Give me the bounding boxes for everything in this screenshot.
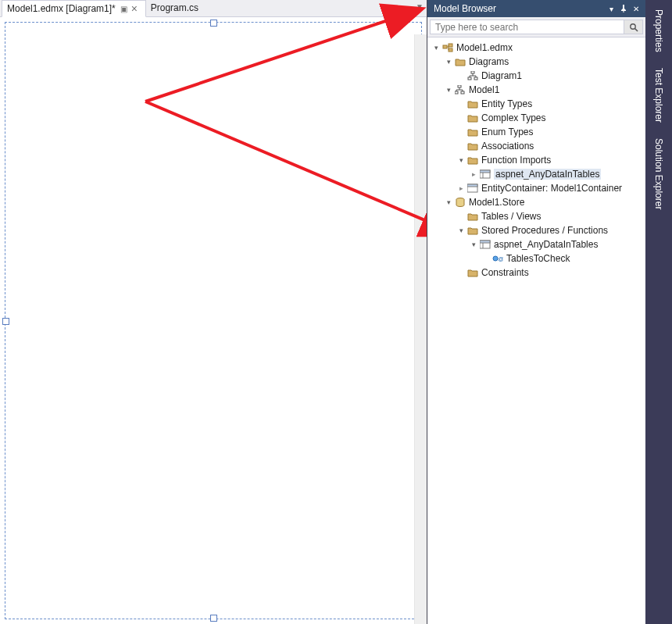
container-icon [466, 183, 479, 194]
tree-label: Model1.Store [469, 197, 524, 208]
tree-label: aspnet_AnyDataInTables [494, 169, 601, 180]
expander-icon[interactable] [456, 156, 466, 164]
expander-icon[interactable] [443, 86, 454, 94]
tree-label: Constraints [481, 267, 529, 278]
right-sidebar-collapsed: Properties Test Explorer Solution Explor… [645, 0, 672, 624]
svg-rect-18 [467, 184, 477, 187]
sidetab-test-explorer[interactable]: Test Explorer [650, 62, 667, 129]
tree-node-stored-procedure-item[interactable]: aspnet_AnyDataInTables [427, 237, 645, 251]
tree-node-entity-types[interactable]: Entity Types [427, 97, 645, 111]
svg-rect-10 [474, 77, 477, 80]
svg-rect-9 [468, 77, 471, 80]
svg-rect-12 [455, 91, 458, 94]
window-position-dropdown-icon[interactable]: ▾ [605, 2, 617, 15]
tree-node-store[interactable]: Model1.Store [427, 195, 645, 209]
folder-icon [466, 155, 479, 166]
tab-program-cs[interactable]: Program.cs [146, 0, 204, 16]
document-tab-bar: Model1.edmx [Diagram1]* ▣ × Program.cs ▼ [0, 0, 427, 17]
folder-icon [466, 211, 479, 222]
tree-node-tables-views[interactable]: Tables / Views [427, 209, 645, 223]
svg-rect-8 [471, 71, 474, 73]
tree-node-diagrams[interactable]: Diagrams [427, 55, 645, 69]
model-browser-search [427, 17, 645, 37]
tree-label: Diagrams [469, 56, 509, 67]
sidetab-properties[interactable]: Properties [650, 3, 667, 59]
tree-node-constraints[interactable]: Constraints [427, 266, 645, 280]
vertical-scrollbar[interactable] [414, 34, 427, 624]
svg-rect-21 [480, 241, 490, 243]
folder-icon [466, 98, 479, 109]
tree-label: Diagram1 [481, 70, 522, 81]
database-icon [454, 197, 466, 208]
namespace-icon [454, 84, 466, 95]
tree-node-complex-types[interactable]: Complex Types [427, 111, 645, 125]
tree-node-model1[interactable]: Model1 [427, 83, 645, 97]
model-browser-panel: Model Browser ▾ ✕ Model1.edmx D [427, 0, 645, 624]
search-button[interactable] [624, 20, 643, 34]
tree-node-function-imports[interactable]: Function Imports [427, 153, 645, 167]
search-input[interactable] [430, 20, 624, 34]
svg-rect-6 [449, 44, 452, 47]
expander-icon[interactable] [431, 44, 441, 52]
tree-label: Stored Procedures / Functions [481, 225, 608, 236]
tree-node-diagram1[interactable]: Diagram1 [427, 69, 645, 83]
svg-line-4 [634, 28, 638, 31]
tree-label: EntityContainer: Model1Container [481, 183, 622, 194]
tree-label: Associations [481, 141, 534, 152]
expander-icon[interactable] [456, 226, 466, 234]
tree-node-parameter[interactable]: @ TablesToCheck [427, 251, 645, 266]
folder-icon [466, 112, 479, 123]
active-files-dropdown-icon[interactable]: ▼ [416, 2, 424, 11]
folder-icon [466, 267, 479, 278]
expander-icon[interactable] [443, 198, 454, 206]
tree-node-associations[interactable]: Associations [427, 139, 645, 153]
svg-text:@: @ [498, 255, 503, 262]
folder-icon [466, 141, 479, 152]
diagram-selection-frame [5, 22, 422, 619]
resize-handle-left[interactable] [2, 318, 9, 325]
folder-icon [466, 225, 479, 236]
tree-label: Entity Types [481, 98, 532, 109]
tree-node-root[interactable]: Model1.edmx [427, 41, 645, 55]
tab-label: Model1.edmx [Diagram1]* [7, 3, 116, 14]
model-browser-titlebar[interactable]: Model Browser ▾ ✕ [427, 0, 645, 17]
close-icon[interactable]: × [131, 4, 141, 13]
model-icon [441, 42, 454, 53]
panel-title-text: Model Browser [434, 3, 496, 14]
stored-proc-icon [479, 239, 491, 250]
tree-label: Tables / Views [481, 211, 541, 222]
expander-icon[interactable] [456, 184, 466, 192]
tab-label: Program.cs [151, 2, 198, 13]
svg-rect-13 [461, 91, 464, 94]
tree-label: Function Imports [481, 155, 551, 166]
folder-icon [466, 127, 479, 137]
tree-label: Model1.edmx [456, 42, 513, 53]
editor-area: Model1.edmx [Diagram1]* ▣ × Program.cs ▼ [0, 0, 427, 624]
resize-handle-bottom[interactable] [210, 615, 217, 622]
tree-node-entity-container[interactable]: EntityContainer: Model1Container [427, 181, 645, 195]
tree-label: Complex Types [481, 112, 545, 123]
tree-label: aspnet_AnyDataInTables [494, 239, 598, 250]
model-browser-tree[interactable]: Model1.edmx Diagrams Diagram1 Model1 Ent… [427, 37, 645, 624]
parameter-icon: @ [491, 253, 504, 264]
tree-label: Model1 [469, 84, 499, 95]
sidetab-solution-explorer[interactable]: Solution Explorer [650, 132, 667, 216]
pin-icon[interactable]: ▣ [120, 5, 128, 13]
tree-node-enum-types[interactable]: Enum Types [427, 125, 645, 139]
expander-icon[interactable] [468, 241, 479, 248]
function-icon [479, 169, 491, 180]
svg-rect-11 [458, 85, 461, 87]
auto-hide-pin-icon[interactable] [617, 2, 630, 15]
expander-icon[interactable] [443, 58, 454, 66]
close-panel-icon[interactable]: ✕ [630, 2, 642, 15]
resize-handle-top[interactable] [210, 20, 217, 27]
edmx-design-surface[interactable] [0, 17, 427, 624]
tab-model1-diagram1[interactable]: Model1.edmx [Diagram1]* ▣ × [2, 0, 146, 17]
tree-node-function-import-item[interactable]: aspnet_AnyDataInTables [427, 167, 645, 181]
tree-node-stored-procedures[interactable]: Stored Procedures / Functions [427, 223, 645, 237]
expander-icon[interactable] [468, 170, 479, 178]
diagram-icon [466, 70, 479, 81]
svg-point-3 [630, 23, 634, 28]
tree-label: TablesToCheck [506, 253, 570, 264]
folder-icon [454, 56, 466, 67]
